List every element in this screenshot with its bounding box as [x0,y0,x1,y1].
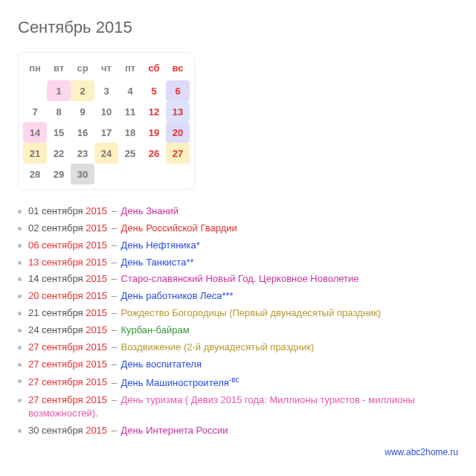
event-date: 01 сентября 2015 [28,205,107,216]
day-6[interactable]: 6 [166,80,190,101]
event-item: 14 сентября 2015 – Старо-славянский Новы… [18,271,458,288]
event-date: 27 сентября 2015 [28,358,107,370]
event-date: 06 сентября 2015 [28,239,107,251]
weekday-чт: чт [94,57,118,80]
event-date: 21 сентября 2015 [28,307,107,318]
day-12[interactable]: 12 [142,101,166,122]
page-title: Сентябрь 2015 [18,18,458,37]
event-title[interactable]: Рождество Богородицы (Первый двунадесяты… [121,307,382,318]
event-item: 02 сентября 2015 – День Российской Гвард… [18,220,458,237]
event-title[interactable]: День Машиностроителя-вс [121,377,239,388]
day-21[interactable]: 21 [23,143,47,164]
day-29[interactable]: 29 [47,164,71,184]
event-separator: – [109,290,119,301]
day-3[interactable]: 3 [94,80,118,101]
event-separator: – [109,257,119,268]
event-date: 30 сентября 2015 [28,425,107,436]
weekday-пн: пн [23,57,47,80]
day-18[interactable]: 18 [118,122,142,143]
event-title[interactable]: День Танкиста** [121,257,194,268]
calendar-body: 1234567891011121314151617181920212223242… [23,80,190,184]
event-separator: – [109,205,119,216]
day-27[interactable]: 27 [166,143,190,164]
event-item: 27 сентября 2015 – День туризма ( Девиз … [18,392,458,423]
day-10[interactable]: 10 [94,101,118,122]
day-16[interactable]: 16 [71,122,94,143]
day-empty [142,164,166,184]
day-9[interactable]: 9 [71,101,94,122]
day-empty [166,164,190,184]
event-title[interactable]: Старо-славянский Новый Год. Церковное Но… [121,273,359,284]
event-item: 27 сентября 2015 – Воздвижение (2-й двун… [18,339,458,356]
calendar-row: 78910111213 [23,101,190,122]
event-item: 27 сентября 2015 – День Машиностроителя-… [18,373,458,391]
calendar-weekday-row: пнвтсрчтптсбвс [23,57,190,80]
calendar-row: 282930 [23,164,190,184]
event-date: 13 сентября 2015 [28,257,107,268]
event-superscript: -вс [229,375,239,383]
event-separator: – [109,307,119,318]
weekday-сб: сб [142,57,166,80]
day-5[interactable]: 5 [142,80,166,101]
day-24[interactable]: 24 [94,143,118,164]
event-date: 27 сентября 2015 [28,377,107,388]
day-empty [118,164,142,184]
event-item: 30 сентября 2015 – День Интернета России [18,422,458,440]
day-2[interactable]: 2 [71,80,94,101]
day-1[interactable]: 1 [47,80,71,101]
day-empty [94,164,118,184]
source-link[interactable]: www.abc2home.ru [385,447,458,457]
weekday-пт: пт [118,57,142,80]
event-date: 24 сентября 2015 [28,324,107,335]
day-15[interactable]: 15 [47,122,71,143]
day-23[interactable]: 23 [71,143,94,164]
day-19[interactable]: 19 [142,122,166,143]
day-26[interactable]: 26 [142,143,166,164]
day-7[interactable]: 7 [23,101,47,122]
event-item: 20 сентября 2015 – День работников Леса*… [18,288,458,305]
day-17[interactable]: 17 [94,122,118,143]
event-separator: – [109,341,119,353]
event-date: 27 сентября 2015 [28,341,107,353]
event-item: 21 сентября 2015 – Рождество Богородицы … [18,305,458,322]
event-date: 02 сентября 2015 [28,222,107,234]
event-date: 20 сентября 2015 [28,290,107,301]
event-title[interactable]: День Интернета России [121,425,228,436]
event-item: 27 сентября 2015 – День воспитателя [18,356,458,373]
event-title[interactable]: Курбан-байрам [121,324,190,335]
event-separator: – [109,358,119,370]
event-title[interactable]: День работников Леса*** [121,290,234,301]
calendar: пнвтсрчтптсбвс 1234567891011121314151617… [18,52,195,190]
weekday-вс: вс [166,57,190,80]
day-22[interactable]: 22 [47,143,71,164]
event-separator: – [109,425,119,436]
event-item: 24 сентября 2015 – Курбан-байрам [18,322,458,339]
day-14[interactable]: 14 [23,122,47,143]
day-28[interactable]: 28 [23,164,47,184]
event-separator: – [109,239,119,251]
day-30[interactable]: 30 [71,164,94,184]
event-title[interactable]: День воспитателя [121,358,202,370]
day-20[interactable]: 20 [166,122,190,143]
event-item: 06 сентября 2015 – День Нефтяника* [18,237,458,254]
event-item: 01 сентября 2015 – День Знаний [18,203,458,220]
event-date: 14 сентября 2015 [28,273,107,284]
calendar-row: 21222324252627 [23,143,190,164]
day-11[interactable]: 11 [118,101,142,122]
weekday-вт: вт [47,57,71,80]
event-separator: – [109,324,119,335]
event-separator: – [109,273,119,284]
event-item: 13 сентября 2015 – День Танкиста** [18,254,458,271]
calendar-row: 14151617181920 [23,122,190,143]
event-title[interactable]: Воздвижение (2-й двунадесятый праздник) [121,341,315,353]
source-line: www.abc2home.ru [18,447,458,457]
day-13[interactable]: 13 [166,101,190,122]
day-8[interactable]: 8 [47,101,71,122]
event-title[interactable]: День Нефтяника* [121,239,200,251]
event-list: 01 сентября 2015 – День Знаний02 сентябр… [18,203,458,440]
day-25[interactable]: 25 [118,143,142,164]
day-empty [23,80,47,101]
event-title[interactable]: День Знаний [121,205,179,216]
day-4[interactable]: 4 [118,80,142,101]
event-title[interactable]: День Российской Гвардии [121,222,237,234]
